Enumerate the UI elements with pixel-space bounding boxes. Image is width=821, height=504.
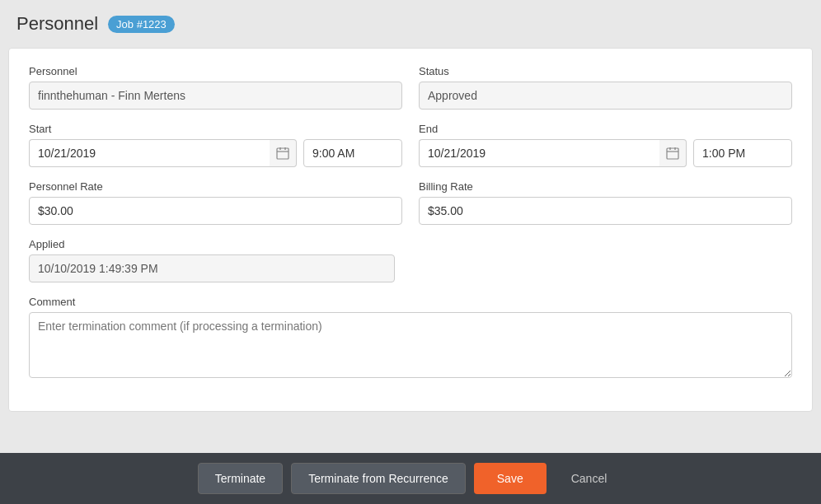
end-time-input[interactable] bbox=[693, 139, 792, 167]
end-date-input[interactable] bbox=[419, 139, 659, 167]
billing-rate-label: Billing Rate bbox=[419, 180, 792, 193]
row-rates: Personnel Rate Billing Rate bbox=[29, 180, 792, 225]
start-label: Start bbox=[29, 123, 402, 135]
calendar-icon bbox=[666, 147, 679, 160]
start-date-input[interactable] bbox=[29, 139, 270, 167]
billing-rate-group: Billing Rate bbox=[419, 180, 792, 225]
row-personnel-status: Personnel Status bbox=[29, 65, 792, 110]
svg-rect-0 bbox=[277, 148, 289, 159]
start-group: Start bbox=[29, 123, 402, 167]
save-button[interactable]: Save bbox=[474, 463, 547, 494]
terminate-button[interactable]: Terminate bbox=[198, 463, 283, 494]
row-applied: Applied bbox=[29, 238, 792, 282]
personnel-rate-input[interactable] bbox=[29, 197, 402, 225]
form-card: Personnel Status Start bbox=[8, 48, 813, 412]
personnel-input[interactable] bbox=[29, 82, 402, 110]
personnel-rate-group: Personnel Rate bbox=[29, 180, 402, 225]
end-datetime bbox=[419, 139, 792, 167]
status-group: Status bbox=[419, 65, 792, 110]
terminate-recurrence-button[interactable]: Terminate from Recurrence bbox=[291, 463, 466, 494]
applied-input[interactable] bbox=[29, 254, 395, 282]
personnel-group: Personnel bbox=[29, 65, 402, 110]
applied-label: Applied bbox=[29, 238, 395, 250]
cancel-button[interactable]: Cancel bbox=[555, 463, 624, 494]
start-calendar-button[interactable] bbox=[270, 139, 297, 167]
row-comment: Comment bbox=[29, 296, 792, 378]
applied-group: Applied bbox=[29, 238, 395, 282]
page-header: Personnel Job #1223 bbox=[0, 0, 821, 48]
svg-rect-4 bbox=[667, 148, 678, 159]
calendar-icon bbox=[276, 147, 289, 160]
comment-label: Comment bbox=[29, 296, 792, 308]
personnel-rate-label: Personnel Rate bbox=[29, 180, 402, 193]
end-group: End bbox=[419, 123, 792, 167]
status-input[interactable] bbox=[419, 82, 792, 110]
end-label: End bbox=[419, 123, 792, 135]
footer-bar: Terminate Terminate from Recurrence Save… bbox=[0, 453, 821, 504]
billing-rate-input[interactable] bbox=[419, 197, 792, 225]
comment-group: Comment bbox=[29, 296, 792, 378]
personnel-label: Personnel bbox=[29, 65, 402, 77]
status-label: Status bbox=[419, 65, 792, 77]
page-title: Personnel bbox=[16, 13, 98, 35]
start-time-input[interactable] bbox=[303, 139, 402, 167]
start-datetime bbox=[29, 139, 402, 167]
end-calendar-button[interactable] bbox=[659, 139, 687, 167]
row-start-end: Start End bbox=[29, 123, 792, 167]
comment-textarea[interactable] bbox=[29, 312, 792, 378]
job-badge: Job #1223 bbox=[108, 16, 175, 33]
